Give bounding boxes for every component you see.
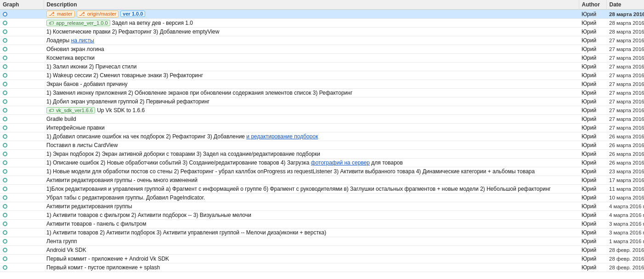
table-row[interactable]: 1) Активити товаров с фильтром 2) Активи… bbox=[0, 211, 644, 220]
graph-dot bbox=[3, 265, 7, 270]
table-row[interactable]: ⎇ master⎇ origin/masterver 1.0.0Юрий28 м… bbox=[0, 10, 644, 19]
graph-cell bbox=[0, 255, 44, 263]
graph-dot bbox=[3, 134, 7, 139]
description-text: 1) Активити товаров с фильтром 2) Активи… bbox=[46, 212, 251, 218]
table-row[interactable]: Интерфейсные правкиЮрий27 марта 2016 г.,… bbox=[0, 124, 644, 132]
author-cell: Юрий bbox=[579, 220, 606, 228]
description-cell: Обновил экран логина bbox=[44, 45, 579, 54]
graph-cell bbox=[0, 132, 44, 141]
table-row[interactable]: Обновил экран логинаЮрий27 марта 2016 г.… bbox=[0, 45, 644, 54]
branch-badge: ⎇ master bbox=[46, 11, 75, 17]
description-cell: 1) Wakeup сессии 2) Сменил товарные знак… bbox=[44, 71, 579, 80]
graph-cell bbox=[0, 167, 44, 176]
description-text: 1)Блок редактирования и управления групп… bbox=[46, 186, 551, 192]
graph-cell bbox=[0, 115, 44, 124]
table-row[interactable]: 1) Добавил описание ошибок на чек подбор… bbox=[0, 132, 644, 141]
graph-dot bbox=[3, 12, 7, 17]
table-row[interactable]: 1) Wakeup сессии 2) Сменил товарные знак… bbox=[0, 71, 644, 80]
date-cell: 11 марта 2016 г., 18:51 bbox=[606, 185, 644, 194]
author-cell: Юрий bbox=[579, 71, 606, 80]
graph-cell bbox=[0, 89, 44, 97]
graph-dot bbox=[3, 230, 7, 235]
table-row[interactable]: 1) Добил экран управления группой 2) Пер… bbox=[0, 97, 644, 106]
graph-cell bbox=[0, 28, 44, 36]
table-row[interactable]: 1) Экран подборок 2) Экран активной добо… bbox=[0, 150, 644, 159]
table-row[interactable]: Android Vk SDKЮрий28 февр. 2016 г., 2:01 bbox=[0, 246, 644, 255]
graph-cell bbox=[0, 54, 44, 63]
description-link[interactable]: и редактирование подборок bbox=[246, 133, 318, 140]
description-cell: Активити редактирования группы bbox=[44, 202, 579, 211]
table-row[interactable]: 1) Заменил иконку приложения 2) Обновлен… bbox=[0, 89, 644, 97]
graph-dot bbox=[3, 21, 7, 25]
description-cell: 1) Новые модели для обработки постов со … bbox=[44, 167, 579, 176]
badge-label: app_release_ver_1.0.0 bbox=[56, 20, 108, 26]
table-row[interactable]: Лоадеры на листыЮрий27 марта 2016 г., 22… bbox=[0, 36, 644, 45]
author-cell: Юрий bbox=[579, 159, 606, 167]
table-row[interactable]: Активити товаров - панель с фильтромЮрий… bbox=[0, 220, 644, 228]
date-cell: 3 марта 2016 г., 3:59 bbox=[606, 220, 644, 228]
graph-cell bbox=[0, 63, 44, 71]
table-row[interactable]: Экран банов - добавил причинуЮрий27 март… bbox=[0, 80, 644, 89]
graph-dot bbox=[3, 56, 7, 60]
table-row[interactable]: 1) Активити товаров 2) Активити подборок… bbox=[0, 228, 644, 237]
table-row[interactable]: Активити редактирования группы - очень м… bbox=[0, 176, 644, 185]
graph-dot bbox=[3, 178, 7, 182]
badge-label: vk_sdk_ver1.6.6 bbox=[56, 108, 93, 113]
description-text: Обновил экран логина bbox=[46, 46, 104, 52]
table-row[interactable]: Лента группЮрий1 марта 2016 г., 3:24 bbox=[0, 237, 644, 246]
date-cell: 23 марта 2016 г., 10:42 bbox=[606, 167, 644, 176]
table-row[interactable]: 1) Новые модели для обработки постов со … bbox=[0, 167, 644, 176]
description-text: Экран банов - добавил причину bbox=[46, 81, 128, 87]
author-cell: Юрий bbox=[579, 176, 606, 185]
graph-dot bbox=[3, 213, 7, 217]
author-cell: Юрий bbox=[579, 255, 606, 263]
author-cell: Юрий bbox=[579, 54, 606, 63]
description-cell: 1) Активити товаров с фильтром 2) Активи… bbox=[44, 211, 579, 220]
table-row[interactable]: Убрал табы с редактирования группы. Доба… bbox=[0, 194, 644, 202]
date-cell: 10 марта 2016 г., 2:41 bbox=[606, 194, 644, 202]
table-row[interactable]: Gradle buildЮрий27 марта 2016 г., 1:11 bbox=[0, 115, 644, 124]
table-row[interactable]: 1) Косметические правки 2) Рефакторинг 3… bbox=[0, 28, 644, 36]
graph-cell bbox=[0, 185, 44, 194]
description-cell: 🏷 vk_sdk_ver1.6.6Up Vk SDK to 1.6.6 bbox=[44, 106, 579, 115]
graph-dot bbox=[3, 256, 7, 261]
graph-dot bbox=[3, 99, 7, 104]
description-text: Лента групп bbox=[46, 238, 77, 245]
description-text: Первый коммит - приложение + Android Vk … bbox=[46, 256, 169, 262]
table-row[interactable]: Активити редактирования группыЮрий4 март… bbox=[0, 202, 644, 211]
graph-dot bbox=[3, 82, 7, 86]
date-cell: 27 марта 2016 г., 21:51 bbox=[606, 54, 644, 63]
ver-badge: ver 1.0.0 bbox=[120, 11, 145, 17]
date-cell: 27 марта 2016 г., 1:11 bbox=[606, 115, 644, 124]
description-text: 1) Новые модели для обработки постов со … bbox=[46, 168, 535, 175]
table-row[interactable]: 🏷 vk_sdk_ver1.6.6Up Vk SDK to 1.6.6Юрий2… bbox=[0, 106, 644, 115]
description-link[interactable]: на листы bbox=[71, 37, 94, 44]
date-cell: 4 марта 2016 г., 3:47 bbox=[606, 211, 644, 220]
table-row[interactable]: Косметика версткиЮрий27 марта 2016 г., 2… bbox=[0, 54, 644, 63]
table-row[interactable]: Первый комит - пустое приложение + splas… bbox=[0, 263, 644, 272]
graph-cell bbox=[0, 237, 44, 246]
description-text: Интерфейсные правки bbox=[46, 125, 105, 131]
table-row[interactable]: 1) Описание ошибок 2) Новые обработчики … bbox=[0, 159, 644, 167]
description-link[interactable]: фотографий на сервер bbox=[311, 159, 370, 166]
graph-dot bbox=[3, 29, 7, 34]
table-row[interactable]: Поставил в листы CardViewЮрий26 марта 20… bbox=[0, 141, 644, 150]
graph-dot bbox=[3, 91, 7, 95]
table-row[interactable]: Первый коммит - приложение + Android Vk … bbox=[0, 255, 644, 263]
git-log-table: Graph Description Author Date ⎇ master⎇ … bbox=[0, 0, 644, 272]
date-cell: 27 марта 2016 г., 16:25 bbox=[606, 80, 644, 89]
table-row[interactable]: 1)Блок редактирования и управления групп… bbox=[0, 185, 644, 194]
author-cell: Юрий bbox=[579, 246, 606, 255]
author-cell: Юрий bbox=[579, 185, 606, 194]
graph-cell bbox=[0, 71, 44, 80]
description-cell: Экран банов - добавил причину bbox=[44, 80, 579, 89]
description-text: 1) Описание ошибок 2) Новые обработчики … bbox=[46, 159, 403, 166]
author-cell: Юрий bbox=[579, 263, 606, 272]
table-row[interactable]: 1) Залил иконки 2) Причесал стилиЮрий27 … bbox=[0, 63, 644, 71]
graph-dot bbox=[3, 169, 7, 174]
graph-dot bbox=[3, 160, 7, 165]
table-row[interactable]: 🏷 app_release_ver_1.0.0Задел на ветку де… bbox=[0, 19, 644, 28]
author-cell: Юрий bbox=[579, 115, 606, 124]
header-description: Description bbox=[44, 0, 579, 10]
author-cell: Юрий bbox=[579, 141, 606, 150]
